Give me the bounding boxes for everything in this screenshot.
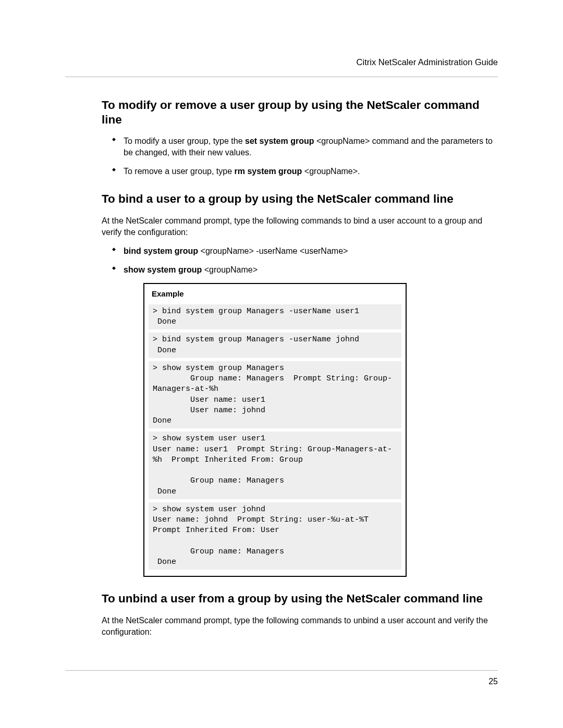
content-area: To modify or remove a user group by usin…: [102, 98, 498, 638]
page: Citrix NetScaler Administration Guide To…: [0, 0, 563, 728]
list-item: To remove a user group, type rm system g…: [112, 166, 498, 177]
code-block: > bind system group Managers -userName u…: [149, 304, 401, 330]
running-header: Citrix NetScaler Administration Guide: [65, 57, 498, 67]
code-block: > bind system group Managers -userName j…: [149, 332, 401, 358]
code-block: > show system user johnd User name: john…: [149, 502, 401, 570]
code-block: > show system group Managers Group name:…: [149, 361, 401, 429]
page-number: 25: [65, 677, 498, 686]
footer: 25: [65, 670, 498, 686]
paragraph: At the NetScaler command prompt, type th…: [102, 615, 498, 638]
command-text: rm system group: [235, 167, 302, 176]
example-label: Example: [144, 289, 406, 301]
heading-unbind-user: To unbind a user from a group by using t…: [102, 591, 498, 606]
example-body: > bind system group Managers -userName u…: [144, 304, 406, 570]
text: To modify a user group, type the: [124, 137, 245, 145]
text: <groupName>: [202, 265, 258, 274]
example-box: Example > bind system group Managers -us…: [143, 283, 407, 577]
footer-rule: [65, 670, 498, 671]
paragraph: At the NetScaler command prompt, type th…: [102, 215, 498, 238]
list-bind-commands: bind system group <groupName> -userName …: [102, 245, 498, 276]
list-item: bind system group <groupName> -userName …: [112, 245, 498, 257]
code-block: > show system user user1 User name: user…: [149, 431, 401, 499]
list-item: To modify a user group, type the set sys…: [112, 135, 498, 158]
heading-bind-user: To bind a user to a group by using the N…: [102, 192, 498, 206]
command-text: show system group: [124, 265, 202, 274]
text: <groupName> -userName <userName>: [198, 246, 348, 255]
command-text: set system group: [245, 137, 314, 145]
command-text: bind system group: [124, 246, 198, 255]
text: To remove a user group, type: [124, 167, 235, 176]
header-rule: [65, 77, 498, 77]
list-item: show system group <groupName>: [112, 264, 498, 276]
list-modify-remove: To modify a user group, type the set sys…: [102, 135, 498, 177]
heading-modify-remove: To modify or remove a user group by usin…: [102, 98, 498, 127]
text: <groupName>.: [302, 167, 360, 176]
